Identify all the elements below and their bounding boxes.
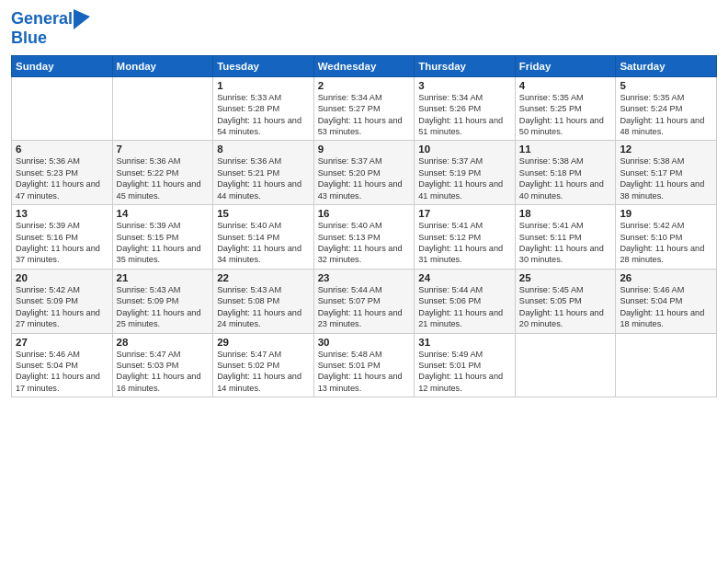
calendar-cell [616, 333, 717, 397]
calendar-cell: 27Sunrise: 5:46 AM Sunset: 5:04 PM Dayli… [12, 333, 113, 397]
calendar-cell: 25Sunrise: 5:45 AM Sunset: 5:05 PM Dayli… [515, 269, 616, 333]
calendar-cell: 18Sunrise: 5:41 AM Sunset: 5:11 PM Dayli… [515, 205, 616, 270]
day-info: Sunrise: 5:40 AM Sunset: 5:14 PM Dayligh… [217, 220, 310, 266]
day-info: Sunrise: 5:36 AM Sunset: 5:23 PM Dayligh… [16, 155, 108, 201]
day-number: 9 [318, 144, 411, 155]
calendar-cell: 2Sunrise: 5:34 AM Sunset: 5:27 PM Daylig… [313, 76, 415, 141]
day-info: Sunrise: 5:38 AM Sunset: 5:18 PM Dayligh… [519, 155, 612, 201]
week-row-2: 6Sunrise: 5:36 AM Sunset: 5:23 PM Daylig… [12, 141, 717, 205]
day-info: Sunrise: 5:44 AM Sunset: 5:07 PM Dayligh… [318, 284, 411, 330]
weekday-header-row: SundayMondayTuesdayWednesdayThursdayFrid… [12, 55, 717, 76]
day-number: 8 [217, 144, 310, 155]
day-info: Sunrise: 5:42 AM Sunset: 5:09 PM Dayligh… [16, 284, 108, 330]
day-info: Sunrise: 5:41 AM Sunset: 5:12 PM Dayligh… [418, 220, 511, 266]
weekday-header-wednesday: Wednesday [313, 55, 415, 76]
week-row-3: 13Sunrise: 5:39 AM Sunset: 5:16 PM Dayli… [12, 205, 717, 270]
day-number: 16 [318, 208, 411, 219]
logo-icon [74, 9, 90, 29]
day-info: Sunrise: 5:41 AM Sunset: 5:11 PM Dayligh… [519, 220, 612, 266]
calendar-cell: 14Sunrise: 5:39 AM Sunset: 5:15 PM Dayli… [112, 205, 213, 270]
day-number: 13 [16, 208, 108, 219]
day-info: Sunrise: 5:33 AM Sunset: 5:28 PM Dayligh… [217, 92, 310, 138]
day-info: Sunrise: 5:45 AM Sunset: 5:05 PM Dayligh… [519, 284, 612, 330]
day-info: Sunrise: 5:43 AM Sunset: 5:08 PM Dayligh… [217, 284, 310, 330]
day-number: 31 [418, 337, 511, 348]
weekday-header-tuesday: Tuesday [213, 55, 314, 76]
day-info: Sunrise: 5:36 AM Sunset: 5:21 PM Dayligh… [217, 155, 310, 201]
calendar-cell: 26Sunrise: 5:46 AM Sunset: 5:04 PM Dayli… [616, 269, 717, 333]
week-row-4: 20Sunrise: 5:42 AM Sunset: 5:09 PM Dayli… [12, 269, 717, 333]
weekday-header-saturday: Saturday [616, 55, 717, 76]
calendar-cell: 6Sunrise: 5:36 AM Sunset: 5:23 PM Daylig… [12, 141, 113, 205]
calendar-cell: 24Sunrise: 5:44 AM Sunset: 5:06 PM Dayli… [415, 269, 516, 333]
calendar-cell: 17Sunrise: 5:41 AM Sunset: 5:12 PM Dayli… [415, 205, 516, 270]
week-row-5: 27Sunrise: 5:46 AM Sunset: 5:04 PM Dayli… [12, 333, 717, 397]
day-info: Sunrise: 5:35 AM Sunset: 5:25 PM Dayligh… [519, 92, 612, 138]
day-number: 11 [519, 144, 612, 155]
calendar-cell: 4Sunrise: 5:35 AM Sunset: 5:25 PM Daylig… [515, 76, 616, 141]
calendar-cell: 12Sunrise: 5:38 AM Sunset: 5:17 PM Dayli… [616, 141, 717, 205]
day-info: Sunrise: 5:37 AM Sunset: 5:19 PM Dayligh… [418, 155, 511, 201]
day-info: Sunrise: 5:42 AM Sunset: 5:10 PM Dayligh… [620, 220, 712, 266]
day-info: Sunrise: 5:37 AM Sunset: 5:20 PM Dayligh… [318, 155, 411, 201]
logo-text2: Blue [11, 29, 90, 48]
calendar-cell: 3Sunrise: 5:34 AM Sunset: 5:26 PM Daylig… [415, 76, 516, 141]
day-number: 23 [318, 272, 411, 283]
calendar-table: SundayMondayTuesdayWednesdayThursdayFrid… [11, 55, 717, 397]
day-info: Sunrise: 5:39 AM Sunset: 5:15 PM Dayligh… [117, 220, 210, 266]
day-info: Sunrise: 5:46 AM Sunset: 5:04 PM Dayligh… [16, 349, 108, 395]
day-number: 21 [117, 272, 210, 283]
calendar-cell: 19Sunrise: 5:42 AM Sunset: 5:10 PM Dayli… [616, 205, 717, 270]
day-number: 25 [519, 272, 612, 283]
day-number: 18 [519, 208, 612, 219]
day-number: 6 [16, 144, 108, 155]
day-number: 28 [117, 337, 210, 348]
calendar-cell: 9Sunrise: 5:37 AM Sunset: 5:20 PM Daylig… [313, 141, 415, 205]
logo-text: General [11, 10, 73, 29]
day-number: 20 [16, 272, 108, 283]
calendar-cell: 10Sunrise: 5:37 AM Sunset: 5:19 PM Dayli… [415, 141, 516, 205]
calendar-cell: 15Sunrise: 5:40 AM Sunset: 5:14 PM Dayli… [213, 205, 314, 270]
day-info: Sunrise: 5:36 AM Sunset: 5:22 PM Dayligh… [117, 155, 210, 201]
day-number: 27 [16, 337, 108, 348]
day-info: Sunrise: 5:34 AM Sunset: 5:27 PM Dayligh… [318, 92, 411, 138]
calendar-cell: 13Sunrise: 5:39 AM Sunset: 5:16 PM Dayli… [12, 205, 113, 270]
calendar-cell: 21Sunrise: 5:43 AM Sunset: 5:09 PM Dayli… [112, 269, 213, 333]
day-number: 14 [117, 208, 210, 219]
calendar-cell: 11Sunrise: 5:38 AM Sunset: 5:18 PM Dayli… [515, 141, 616, 205]
day-info: Sunrise: 5:35 AM Sunset: 5:24 PM Dayligh… [620, 92, 712, 138]
day-number: 1 [217, 80, 310, 91]
calendar-cell: 29Sunrise: 5:47 AM Sunset: 5:02 PM Dayli… [213, 333, 314, 397]
day-number: 17 [418, 208, 511, 219]
calendar-cell: 31Sunrise: 5:49 AM Sunset: 5:01 PM Dayli… [415, 333, 516, 397]
calendar-cell: 30Sunrise: 5:48 AM Sunset: 5:01 PM Dayli… [313, 333, 415, 397]
day-number: 4 [519, 80, 612, 91]
day-info: Sunrise: 5:47 AM Sunset: 5:03 PM Dayligh… [117, 349, 210, 395]
calendar-cell: 1Sunrise: 5:33 AM Sunset: 5:28 PM Daylig… [213, 76, 314, 141]
day-info: Sunrise: 5:46 AM Sunset: 5:04 PM Dayligh… [620, 284, 712, 330]
day-info: Sunrise: 5:44 AM Sunset: 5:06 PM Dayligh… [418, 284, 511, 330]
calendar-cell [12, 76, 113, 141]
calendar-cell [515, 333, 616, 397]
calendar-container: General Blue SundayMondayTuesdayWednesda… [0, 0, 728, 563]
day-info: Sunrise: 5:48 AM Sunset: 5:01 PM Dayligh… [318, 349, 411, 395]
day-number: 3 [418, 80, 511, 91]
svg-marker-0 [74, 9, 90, 29]
day-number: 24 [418, 272, 511, 283]
day-number: 15 [217, 208, 310, 219]
weekday-header-thursday: Thursday [415, 55, 516, 76]
day-info: Sunrise: 5:38 AM Sunset: 5:17 PM Dayligh… [620, 155, 712, 201]
day-number: 19 [620, 208, 712, 219]
day-number: 22 [217, 272, 310, 283]
day-info: Sunrise: 5:39 AM Sunset: 5:16 PM Dayligh… [16, 220, 108, 266]
calendar-cell: 28Sunrise: 5:47 AM Sunset: 5:03 PM Dayli… [112, 333, 213, 397]
day-number: 26 [620, 272, 712, 283]
day-info: Sunrise: 5:43 AM Sunset: 5:09 PM Dayligh… [117, 284, 210, 330]
day-info: Sunrise: 5:47 AM Sunset: 5:02 PM Dayligh… [217, 349, 310, 395]
calendar-cell: 7Sunrise: 5:36 AM Sunset: 5:22 PM Daylig… [112, 141, 213, 205]
week-row-1: 1Sunrise: 5:33 AM Sunset: 5:28 PM Daylig… [12, 76, 717, 141]
calendar-cell: 20Sunrise: 5:42 AM Sunset: 5:09 PM Dayli… [12, 269, 113, 333]
day-number: 5 [620, 80, 712, 91]
day-number: 12 [620, 144, 712, 155]
header: General Blue [11, 9, 717, 48]
